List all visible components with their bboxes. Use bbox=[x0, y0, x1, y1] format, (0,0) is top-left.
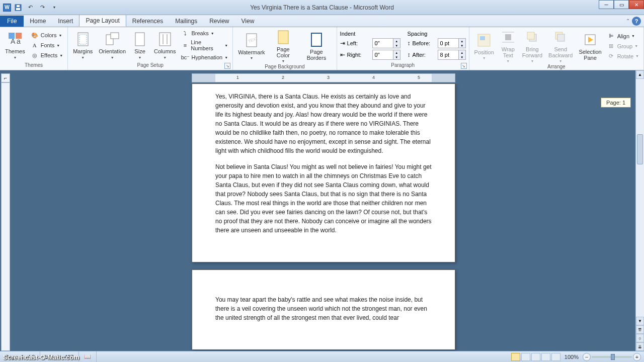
scroll-track[interactable] bbox=[636, 79, 644, 317]
paragraph-launcher[interactable]: ↘ bbox=[461, 63, 467, 69]
orientation-button[interactable]: Orientation▼ bbox=[97, 30, 128, 60]
spacing-heading: Spacing bbox=[408, 31, 466, 37]
zoom-level[interactable]: 100% bbox=[561, 354, 582, 360]
scroll-thumb[interactable] bbox=[637, 134, 643, 164]
page-setup-launcher[interactable]: ↘ bbox=[224, 63, 230, 69]
minimize-button[interactable]: ─ bbox=[599, 0, 614, 9]
vertical-scrollbar[interactable]: ▲ ▼ ⇈ ○ ⇊ bbox=[635, 70, 644, 351]
status-proofing[interactable]: 📖 bbox=[79, 351, 97, 362]
svg-rect-2 bbox=[17, 5, 20, 7]
screencast-watermark: Screencast-O-Matic.com bbox=[3, 353, 79, 361]
indent-left-input[interactable]: ▲▼ bbox=[372, 38, 400, 48]
undo-button[interactable]: ↶ bbox=[25, 3, 35, 13]
space-after-input[interactable]: ▲▼ bbox=[438, 50, 466, 60]
selection-pane-button[interactable]: Selection Pane bbox=[577, 31, 603, 62]
svg-rect-10 bbox=[111, 33, 119, 39]
web-layout-view[interactable] bbox=[531, 353, 540, 361]
group-label-arrange: Arrange bbox=[472, 64, 640, 70]
title-bar: W ↶ ↷ ▼ Yes Virginia There is a Santa Cl… bbox=[0, 0, 644, 15]
tab-page-layout[interactable]: Page Layout bbox=[79, 15, 126, 27]
scroll-down-arrow[interactable]: ▼ bbox=[636, 317, 644, 325]
outline-view[interactable] bbox=[541, 353, 550, 361]
close-button[interactable]: ✕ bbox=[629, 0, 644, 9]
svg-rect-11 bbox=[135, 33, 144, 46]
group-themes: Aa Themes ▼ 🎨Colors▼ AFonts▼ ◎Effects▼ T… bbox=[0, 27, 68, 70]
orientation-icon bbox=[104, 31, 120, 47]
watermark-icon: TEXT bbox=[244, 32, 260, 48]
tab-view[interactable]: View bbox=[235, 16, 261, 27]
position-icon bbox=[476, 32, 492, 48]
group-label-themes: Themes bbox=[3, 62, 64, 69]
full-screen-view[interactable] bbox=[521, 353, 530, 361]
theme-colors-button[interactable]: 🎨Colors▼ bbox=[29, 31, 64, 40]
paragraph-3[interactable]: You may tear apart the baby's rattle and… bbox=[215, 295, 432, 322]
tab-references[interactable]: References bbox=[126, 16, 169, 27]
ribbon: Aa Themes ▼ 🎨Colors▼ AFonts▼ ◎Effects▼ T… bbox=[0, 27, 644, 70]
redo-button[interactable]: ↷ bbox=[37, 3, 47, 13]
window-controls: ─ ▭ ✕ bbox=[599, 0, 644, 9]
theme-effects-button[interactable]: ◎Effects▼ bbox=[29, 51, 64, 60]
hyphenation-button[interactable]: bc⁻Hyphenation▼ bbox=[180, 53, 229, 62]
minimize-ribbon-icon[interactable]: ⌃ bbox=[626, 18, 630, 24]
horizontal-ruler[interactable]: 1 2 3 4 5 bbox=[192, 73, 455, 82]
zoom-in-button[interactable]: + bbox=[633, 353, 641, 361]
line-numbers-button[interactable]: ≡Line Numbers▼ bbox=[180, 39, 229, 52]
indent-right-input[interactable]: ▲▼ bbox=[372, 50, 400, 60]
file-tab[interactable]: File bbox=[0, 16, 24, 27]
page-borders-button[interactable]: Page Borders bbox=[299, 31, 333, 62]
size-icon bbox=[132, 31, 148, 47]
theme-fonts-button[interactable]: AFonts▼ bbox=[29, 41, 64, 50]
maximize-button[interactable]: ▭ bbox=[614, 0, 629, 9]
zoom-out-button[interactable]: − bbox=[583, 353, 591, 361]
group-page-background: TEXTWatermark▼ Page Color▼ Page Borders … bbox=[233, 27, 337, 70]
group-page-setup: Margins▼ Orientation▼ Size▼ Columns▼ ⤵Br… bbox=[68, 27, 233, 70]
tab-review[interactable]: Review bbox=[203, 16, 235, 27]
next-page-button[interactable]: ⇊ bbox=[636, 342, 644, 351]
paragraph-1[interactable]: Yes, VIRGINIA, there is a Santa Claus. H… bbox=[215, 92, 432, 155]
document-area[interactable]: Yes, VIRGINIA, there is a Santa Claus. H… bbox=[12, 83, 635, 351]
qat-customize[interactable]: ▼ bbox=[49, 3, 59, 13]
align-button[interactable]: ⊫Align▼ bbox=[606, 32, 640, 41]
rotate-button[interactable]: ⟳Rotate▼ bbox=[606, 52, 640, 61]
zoom-slider[interactable] bbox=[592, 356, 632, 358]
svg-rect-25 bbox=[527, 32, 534, 39]
space-before-input[interactable]: ▲▼ bbox=[438, 38, 466, 48]
workspace: ⌐ 1 2 3 4 5 Page: 1 Yes, VIRGINIA, there… bbox=[0, 70, 644, 351]
margins-button[interactable]: Margins▼ bbox=[71, 30, 95, 60]
help-button[interactable]: ? bbox=[632, 17, 641, 26]
tab-selector[interactable]: ⌐ bbox=[1, 73, 10, 82]
group-label-page-bg: Page Background bbox=[236, 64, 333, 70]
position-button[interactable]: Position▼ bbox=[472, 31, 496, 61]
draft-view[interactable] bbox=[551, 353, 560, 361]
indent-left-icon: ⇥ bbox=[340, 40, 345, 47]
paragraph-2[interactable]: Not believe in Santa Claus! You might as… bbox=[215, 162, 432, 235]
vertical-ruler[interactable] bbox=[1, 82, 10, 351]
svg-rect-18 bbox=[311, 33, 321, 46]
ribbon-tabs: File Home Insert Page Layout References … bbox=[0, 15, 644, 27]
save-button[interactable] bbox=[13, 3, 23, 13]
prev-page-button[interactable]: ⇈ bbox=[636, 325, 644, 334]
browse-object-button[interactable]: ○ bbox=[636, 334, 644, 342]
group-button[interactable]: ⊞Group▼ bbox=[606, 42, 640, 51]
send-backward-button[interactable]: Send Backward▼ bbox=[546, 28, 575, 64]
proofing-icon: 📖 bbox=[84, 353, 91, 360]
indent-right-icon: ⇤ bbox=[340, 51, 345, 58]
tab-insert[interactable]: Insert bbox=[52, 16, 79, 27]
zoom-handle[interactable] bbox=[611, 354, 615, 360]
word-app-icon[interactable]: W bbox=[3, 4, 11, 12]
size-button[interactable]: Size▼ bbox=[130, 30, 150, 60]
scroll-up-arrow[interactable]: ▲ bbox=[636, 70, 644, 79]
watermark-button[interactable]: TEXTWatermark▼ bbox=[236, 31, 267, 61]
breaks-icon: ⤵ bbox=[181, 29, 189, 37]
tab-mailings[interactable]: Mailings bbox=[169, 16, 203, 27]
columns-button[interactable]: Columns▼ bbox=[152, 30, 178, 60]
breaks-button[interactable]: ⤵Breaks▼ bbox=[180, 29, 229, 38]
page-color-button[interactable]: Page Color▼ bbox=[269, 28, 298, 64]
page-borders-icon bbox=[308, 32, 325, 48]
bring-forward-button[interactable]: Bring Forward▼ bbox=[520, 28, 544, 64]
tab-home[interactable]: Home bbox=[24, 16, 52, 27]
wrap-text-button[interactable]: Wrap Text▼ bbox=[498, 28, 518, 64]
themes-button[interactable]: Aa Themes ▼ bbox=[3, 30, 27, 60]
svg-rect-27 bbox=[557, 34, 565, 41]
print-layout-view[interactable] bbox=[511, 353, 520, 361]
